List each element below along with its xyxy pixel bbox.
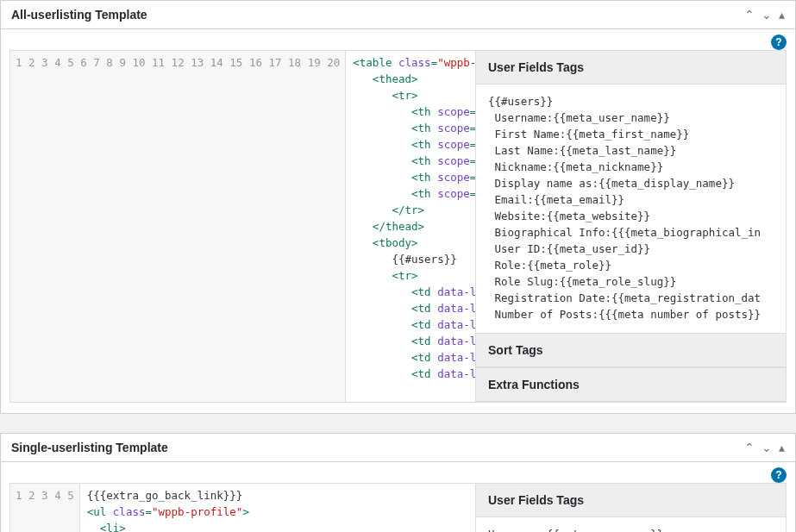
code-area[interactable]: {{{extra_go_back_link}}} <ul class="wppb… [80,484,475,532]
move-up-icon[interactable]: ⌃ [744,441,755,454]
sidebar-section-extra-functions[interactable]: Extra Functions [476,367,786,402]
single-userlisting-panel: Single-userlisting Template ⌃ ⌄ ▴ ? 1 2 … [0,433,796,532]
code-editor[interactable]: 1 2 3 4 5 6 7 8 9 10 11 12 13 14 15 16 1… [9,50,476,403]
panel-header: Single-userlisting Template ⌃ ⌄ ▴ [1,434,795,462]
move-up-icon[interactable]: ⌃ [744,8,755,22]
tags-sidebar: User Fields Tags {{#users}} Username:{{m… [476,50,787,403]
sidebar-section-user-fields[interactable]: User Fields Tags [476,51,786,84]
line-number-gutter: 1 2 3 4 5 6 7 8 9 10 11 12 13 14 15 16 1… [10,51,346,402]
collapse-icon[interactable]: ▴ [779,8,785,22]
move-down-icon[interactable]: ⌄ [762,8,772,22]
line-number-gutter: 1 2 3 4 5 [10,484,80,532]
code-area[interactable]: <table class="wppb-table"> <thead> <tr> … [346,51,475,402]
collapse-icon[interactable]: ▴ [779,441,785,454]
help-icon[interactable]: ? [771,34,787,50]
panel-controls: ⌃ ⌄ ▴ [744,441,785,454]
tags-sidebar: User Fields Tags Username:{{meta_user_na… [476,483,787,532]
help-row: ? [1,462,795,483]
panel-title: Single-userlisting Template [11,441,168,454]
help-icon[interactable]: ? [771,467,787,483]
panel-title: All-userlisting Template [11,8,147,22]
sidebar-user-fields-body: {{#users}} Username:{{meta_user_name}} F… [476,84,786,333]
code-editor[interactable]: 1 2 3 4 5 {{{extra_go_back_link}}} <ul c… [9,483,476,532]
panel-body: 1 2 3 4 5 6 7 8 9 10 11 12 13 14 15 16 1… [1,50,795,413]
sidebar-section-sort-tags[interactable]: Sort Tags [476,333,786,367]
panel-body: 1 2 3 4 5 {{{extra_go_back_link}}} <ul c… [1,483,795,532]
panel-controls: ⌃ ⌄ ▴ [744,8,785,22]
panel-header: All-userlisting Template ⌃ ⌄ ▴ [1,1,795,29]
help-row: ? [1,29,795,50]
all-userlisting-panel: All-userlisting Template ⌃ ⌄ ▴ ? 1 2 3 4… [0,0,796,414]
move-down-icon[interactable]: ⌄ [762,441,772,454]
sidebar-user-fields-body: Username:{{meta_user_name}} First Name:{… [476,517,786,532]
sidebar-section-user-fields[interactable]: User Fields Tags [476,484,786,517]
